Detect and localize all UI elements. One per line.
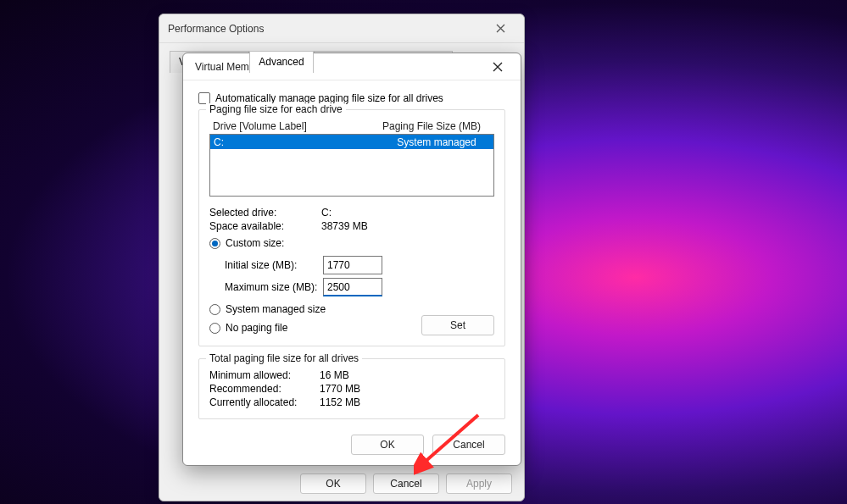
allocated-label: Currently allocated:	[209, 396, 320, 408]
perf-cancel-button[interactable]: Cancel	[373, 474, 439, 494]
auto-manage-checkbox[interactable]	[198, 92, 210, 104]
selected-drive-row: Selected drive: C:	[209, 207, 494, 219]
drives-list[interactable]: C: System managed	[209, 134, 494, 197]
perf-ok-button[interactable]: OK	[300, 474, 366, 494]
drives-header: Drive [Volume Label] Paging File Size (M…	[209, 119, 494, 134]
set-button[interactable]: Set	[421, 315, 494, 335]
recommended-value: 1770 MB	[320, 383, 360, 395]
radio-custom-size[interactable]	[209, 238, 220, 249]
maximum-size-input[interactable]	[323, 278, 382, 296]
recommended-label: Recommended:	[209, 383, 320, 395]
no-paging-label: No paging file	[226, 322, 287, 334]
radio-system-managed[interactable]	[209, 304, 220, 315]
minimum-label: Minimum allowed:	[209, 369, 320, 381]
close-icon	[493, 62, 503, 72]
perf-titlebar: Performance Options	[159, 14, 524, 43]
radio-no-paging[interactable]	[209, 323, 220, 334]
system-managed-row: System managed size	[209, 303, 494, 315]
space-available-value: 38739 MB	[321, 220, 368, 232]
perf-title: Performance Options	[168, 23, 264, 35]
initial-size-input[interactable]	[323, 256, 382, 274]
drive-letter: C:	[210, 136, 380, 148]
drive-row-c[interactable]: C: System managed	[210, 135, 493, 149]
system-managed-label: System managed size	[226, 303, 326, 315]
drives-groupbox: Paging file size for each drive Drive [V…	[198, 109, 505, 346]
virtual-memory-dialog: Virtual Memory Automatically manage pagi…	[182, 53, 521, 466]
minimum-row: Minimum allowed: 16 MB	[209, 369, 494, 381]
drive-size: System managed	[380, 136, 493, 148]
totals-legend: Total paging file size for all drives	[206, 352, 362, 364]
allocated-row: Currently allocated: 1152 MB	[209, 396, 494, 408]
perf-button-row: OK Cancel Apply	[159, 474, 524, 494]
vm-close-button[interactable]	[482, 56, 514, 78]
drives-col-drive: Drive [Volume Label]	[213, 120, 382, 132]
vm-cancel-button[interactable]: Cancel	[432, 435, 505, 455]
totals-groupbox: Total paging file size for all drives Mi…	[198, 358, 505, 419]
auto-manage-row: Automatically manage paging file size fo…	[198, 92, 505, 104]
custom-size-row: Custom size:	[209, 237, 494, 249]
tab-advanced[interactable]: Advanced	[249, 51, 313, 73]
selected-drive-value: C:	[321, 207, 332, 219]
selected-drive-label: Selected drive:	[209, 207, 321, 219]
drives-col-size: Paging File Size (MB)	[382, 120, 481, 132]
allocated-value: 1152 MB	[320, 396, 360, 408]
vm-titlebar: Virtual Memory	[183, 53, 521, 80]
vm-ok-button[interactable]: OK	[351, 435, 424, 455]
auto-manage-label: Automatically manage paging file size fo…	[215, 92, 443, 104]
space-available-label: Space available:	[209, 220, 321, 232]
recommended-row: Recommended: 1770 MB	[209, 383, 494, 395]
no-paging-row: No paging file	[209, 322, 421, 334]
initial-size-label: Initial size (MB):	[225, 259, 323, 271]
maximum-size-label: Maximum size (MB):	[225, 281, 323, 293]
perf-close-button[interactable]	[485, 19, 515, 39]
minimum-value: 16 MB	[320, 369, 349, 381]
size-inputs: Initial size (MB): Maximum size (MB):	[225, 254, 494, 298]
perf-apply-button[interactable]: Apply	[446, 474, 512, 494]
custom-size-label: Custom size:	[226, 237, 284, 249]
drives-legend: Paging file size for each drive	[206, 103, 346, 115]
space-available-row: Space available: 38739 MB	[209, 220, 494, 232]
close-icon	[496, 24, 505, 33]
vm-body: Automatically manage paging file size fo…	[183, 80, 521, 423]
vm-button-row: OK Cancel	[183, 423, 521, 455]
